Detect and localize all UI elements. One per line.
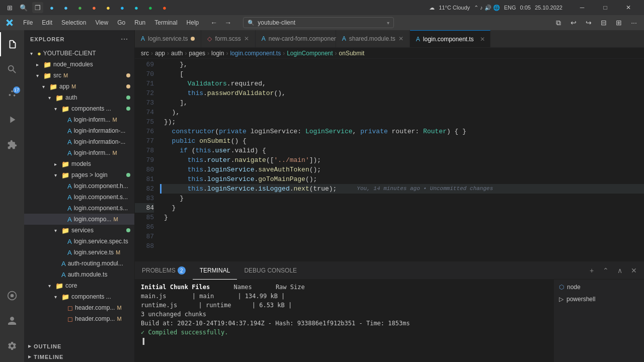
bc-login[interactable]: login	[211, 50, 224, 57]
tab-login-service[interactable]: Α login.service.ts	[135, 30, 201, 47]
activity-accounts[interactable]	[0, 309, 24, 333]
tree-services[interactable]: ▾ 📁 services	[24, 225, 134, 236]
more-actions-icon[interactable]: ···	[628, 17, 640, 29]
tree-file-login-4[interactable]: ▸ Α login-inform... M	[24, 147, 134, 158]
windows-icon[interactable]: ⊞	[4, 2, 15, 13]
tree-components[interactable]: ▾ 📁 components ...	[24, 103, 134, 114]
tree-auth[interactable]: ▾ 📁 auth	[24, 92, 134, 103]
timeline-section[interactable]: ▸ TIMELINE	[24, 351, 134, 362]
nav-back-button[interactable]: ←	[208, 17, 220, 29]
terminal-close-button[interactable]: ✕	[628, 264, 640, 277]
tab-close-icon[interactable]: ✕	[480, 36, 485, 43]
search-dropdown-icon[interactable]: ▾	[387, 20, 389, 26]
tree-login-comp-s[interactable]: ▸ Α login.component.s...	[24, 192, 134, 203]
tab-debug-console[interactable]: DEBUG CONSOLE	[237, 262, 304, 280]
vscode-taskbar[interactable]: ●	[46, 2, 57, 13]
tree-root[interactable]: ▾ ● YOUTUBE-CLIENT	[24, 48, 134, 59]
terminal-split-button[interactable]: ⌃	[600, 264, 612, 277]
bc-auth[interactable]: auth	[171, 50, 183, 57]
menu-selection[interactable]: Selection	[57, 17, 90, 28]
tab-close-icon[interactable]: ✕	[398, 35, 404, 42]
tree-login-comp-s2[interactable]: ▸ Α login.component.s...	[24, 203, 134, 214]
menu-file[interactable]: File	[19, 17, 37, 28]
activity-extensions[interactable]	[0, 133, 24, 157]
bc-app[interactable]: app	[155, 50, 165, 57]
terminal-output[interactable]: Initial Chunk Files Names Raw Size main.…	[135, 280, 553, 362]
tab-login-component[interactable]: Α login.component.ts ✕	[410, 30, 491, 47]
tree-header-comp-1[interactable]: ▸ ◻ header.comp... M	[24, 302, 134, 313]
search-bar[interactable]: 🔍 youtube-client ▾	[243, 17, 394, 28]
taskbar-app-5[interactable]: ●	[103, 2, 114, 13]
tree-auth-routing[interactable]: ▸ Α auth-routing.modul...	[24, 258, 134, 269]
tab-form-scss[interactable]: ◇ form.scss ✕	[201, 30, 255, 47]
tree-pages-login[interactable]: ▾ 📁 pages > login	[24, 169, 134, 180]
menu-edit[interactable]: Edit	[38, 17, 56, 28]
bc-class[interactable]: LoginComponent	[287, 50, 333, 57]
taskbar-app-7[interactable]: ●	[131, 2, 142, 13]
tree-core[interactable]: ▾ 📁 core	[24, 280, 134, 291]
nav-forward-button[interactable]: →	[222, 17, 234, 29]
outline-section[interactable]: ▸ OUTLINE	[24, 341, 134, 351]
maximize-button[interactable]: □	[594, 0, 617, 15]
tab-terminal[interactable]: TERMINAL	[193, 262, 237, 280]
tree-models[interactable]: ▸ 📁 models	[24, 158, 134, 169]
close-button[interactable]: ✕	[617, 0, 640, 15]
tree-core-components[interactable]: ▾ 📁 components ...	[24, 291, 134, 302]
tree-login-spec[interactable]: ▸ Α login.service.spec.ts	[24, 236, 134, 247]
terminal-powershell-panel[interactable]: ▷ powershell	[554, 294, 644, 305]
tab-close-icon[interactable]: ✕	[244, 35, 249, 42]
taskbar-app-4[interactable]: ●	[89, 2, 100, 13]
activity-explorer[interactable]	[0, 32, 24, 56]
tree-file-login-1[interactable]: ▸ Α login-inform... M	[24, 114, 134, 125]
tree-file-login-3[interactable]: ▸ Α login-information-...	[24, 136, 134, 147]
activity-search[interactable]	[0, 57, 24, 81]
activity-run-debug[interactable]	[0, 108, 24, 132]
taskview-icon[interactable]: ❐	[32, 2, 43, 13]
layout-icon2[interactable]: ⊞	[613, 17, 625, 29]
tree-file-login-2[interactable]: ▸ Α login-information-...	[24, 125, 134, 136]
taskbar-app-3[interactable]: ●	[74, 2, 86, 13]
menu-terminal[interactable]: Terminal	[150, 17, 181, 28]
bc-sep-4: ›	[207, 50, 209, 57]
tab-shared-module[interactable]: Α shared.module.ts ✕	[336, 30, 410, 47]
menu-run[interactable]: Run	[130, 17, 149, 28]
activity-source-control[interactable]: 17	[0, 82, 24, 107]
activity-remote[interactable]	[0, 284, 24, 308]
tree-item-label: login-inform...	[74, 116, 111, 123]
tree-app[interactable]: ▾ 📁 app M	[24, 81, 134, 92]
sidebar-more-icon[interactable]: ···	[121, 35, 128, 43]
taskbar-app-9[interactable]: ●	[159, 2, 170, 13]
taskbar-app-6[interactable]: ●	[117, 2, 128, 13]
tree-login-comp-active[interactable]: ▸ Α login.compo... M	[24, 214, 134, 225]
search-icon[interactable]: 🔍	[18, 2, 29, 13]
bc-src[interactable]: src	[141, 50, 149, 57]
tree-src[interactable]: ▾ 📁 src M	[24, 70, 134, 81]
tree-login-comp-h[interactable]: ▸ Α login.component.h...	[24, 180, 134, 192]
menu-help[interactable]: Help	[183, 17, 203, 28]
terminal-node-panel[interactable]: ⬡ node	[554, 282, 644, 293]
tree-login-service[interactable]: ▸ Α login.service.ts M	[24, 247, 134, 258]
tab-problems[interactable]: PROBLEMS 2	[135, 262, 193, 280]
tree-auth-module[interactable]: ▸ Α auth.module.ts	[24, 269, 134, 280]
undo-icon[interactable]: ↩	[568, 17, 580, 29]
split-editor-icon[interactable]: ⧉	[552, 17, 565, 29]
terminal-add-button[interactable]: +	[586, 264, 598, 277]
problems-label: PROBLEMS	[142, 267, 176, 274]
bc-method[interactable]: onSubmit	[339, 50, 365, 57]
minimize-button[interactable]: ─	[571, 0, 594, 15]
layout-icon[interactable]: ⊟	[598, 17, 610, 29]
tree-header-comp-2[interactable]: ▸ ◻ header.comp... M	[24, 313, 134, 324]
tree-node-modules[interactable]: ▸ 📁 node_modules	[24, 59, 134, 70]
tab-new-card-form[interactable]: Α new-card-form.component.ts	[256, 30, 336, 47]
activity-settings[interactable]	[0, 334, 24, 358]
bc-pages[interactable]: pages	[189, 50, 205, 57]
menu-view[interactable]: View	[91, 17, 112, 28]
folder-icon: 📁	[49, 83, 57, 90]
bc-file[interactable]: login.component.ts	[230, 50, 281, 57]
vscode-taskbar2[interactable]: ●	[60, 2, 71, 13]
menu-go[interactable]: Go	[113, 17, 129, 28]
taskbar-app-8[interactable]: ●	[145, 2, 156, 13]
terminal-maximize-button[interactable]: ∧	[614, 264, 626, 277]
redo-icon[interactable]: ↪	[583, 17, 595, 29]
code-content[interactable]: }, [ Validators.required, this.passwordV…	[160, 59, 644, 261]
